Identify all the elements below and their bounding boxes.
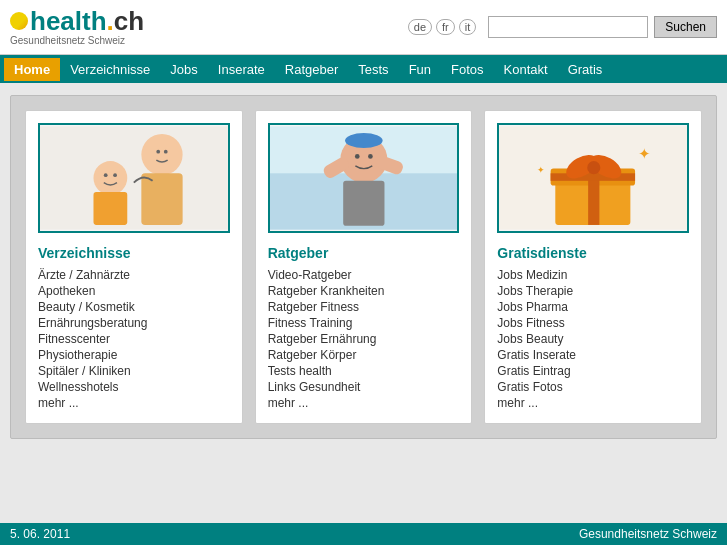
- list-item: Spitäler / Kliniken: [38, 363, 230, 379]
- list-item: Gratis Fotos: [497, 379, 689, 395]
- header-right: de fr it Suchen: [408, 16, 717, 38]
- svg-point-6: [113, 173, 117, 177]
- nav-tests[interactable]: Tests: [348, 58, 398, 81]
- logo-ch: ch: [114, 6, 144, 36]
- lang-fr[interactable]: fr: [436, 19, 455, 35]
- logo-area: health.ch Gesundheitsnetz Schweiz: [10, 8, 144, 46]
- cards-container: Verzeichnisse Ärzte / Zahnärzte Apotheke…: [10, 95, 717, 439]
- logo-dot: .: [107, 6, 114, 36]
- lang-de[interactable]: de: [408, 19, 432, 35]
- lang-it[interactable]: it: [459, 19, 477, 35]
- list-item: Apotheken: [38, 283, 230, 299]
- nav-kontakt[interactable]: Kontakt: [494, 58, 558, 81]
- list-item: Ärzte / Zahnärzte: [38, 267, 230, 283]
- search-button[interactable]: Suchen: [654, 16, 717, 38]
- nav-home[interactable]: Home: [4, 58, 60, 81]
- list-item: Physiotherapie: [38, 347, 230, 363]
- card-links-ratgeber: Video-Ratgeber Ratgeber Krankheiten Ratg…: [268, 267, 460, 411]
- svg-point-25: [588, 161, 601, 174]
- nav-bar: Home Verzeichnisse Jobs Inserate Ratgebe…: [0, 55, 727, 83]
- nav-fun[interactable]: Fun: [399, 58, 441, 81]
- card-links-gratisdienste: Jobs Medizin Jobs Therapie Jobs Pharma J…: [497, 267, 689, 411]
- card-image-gratisdienste: ✦ ✦: [497, 123, 689, 233]
- svg-text:✦: ✦: [537, 165, 545, 175]
- lang-links: de fr it: [408, 19, 476, 35]
- search-input[interactable]: [488, 16, 648, 38]
- card-title-gratisdienste: Gratisdienste: [497, 245, 689, 261]
- list-item: Gratis Eintrag: [497, 363, 689, 379]
- card-image-ratgeber: [268, 123, 460, 233]
- card-links-verzeichnisse: Ärzte / Zahnärzte Apotheken Beauty / Kos…: [38, 267, 230, 411]
- nav-gratis[interactable]: Gratis: [558, 58, 613, 81]
- card-ratgeber: Ratgeber Video-Ratgeber Ratgeber Krankhe…: [255, 110, 473, 424]
- card-verzeichnisse: Verzeichnisse Ärzte / Zahnärzte Apotheke…: [25, 110, 243, 424]
- svg-point-16: [355, 154, 360, 159]
- list-item: Fitness Training: [268, 315, 460, 331]
- list-item: Ratgeber Krankheiten: [268, 283, 460, 299]
- svg-point-8: [164, 150, 168, 154]
- nav-jobs[interactable]: Jobs: [160, 58, 207, 81]
- footer-date: 5. 06. 2011: [10, 527, 70, 541]
- nav-verzeichnisse[interactable]: Verzeichnisse: [60, 58, 160, 81]
- nav-inserate[interactable]: Inserate: [208, 58, 275, 81]
- nav-ratgeber[interactable]: Ratgeber: [275, 58, 348, 81]
- footer: 5. 06. 2011 Gesundheitsnetz Schweiz: [0, 523, 727, 545]
- svg-rect-4: [93, 192, 127, 225]
- logo: health.ch: [10, 8, 144, 34]
- footer-brand: Gesundheitsnetz Schweiz: [579, 527, 717, 541]
- list-item: Jobs Fitness: [497, 315, 689, 331]
- svg-rect-2: [141, 173, 182, 225]
- list-item: Ratgeber Fitness: [268, 299, 460, 315]
- card-title-ratgeber: Ratgeber: [268, 245, 460, 261]
- card-image-verzeichnisse: [38, 123, 230, 233]
- list-item: Jobs Therapie: [497, 283, 689, 299]
- list-item: Beauty / Kosmetik: [38, 299, 230, 315]
- header: health.ch Gesundheitsnetz Schweiz de fr …: [0, 0, 727, 55]
- svg-rect-0: [40, 126, 228, 229]
- list-item: Ernährungsberatung: [38, 315, 230, 331]
- list-item: Fitnesscenter: [38, 331, 230, 347]
- list-item: mehr ...: [268, 395, 460, 411]
- logo-health: health: [30, 6, 107, 36]
- logo-icon: [10, 12, 28, 30]
- list-item: mehr ...: [38, 395, 230, 411]
- card-gratisdienste: ✦ ✦ Gratisdienste Jobs Medizin Jobs Ther…: [484, 110, 702, 424]
- list-item: Gratis Inserate: [497, 347, 689, 363]
- svg-rect-13: [343, 181, 384, 226]
- list-item: Video-Ratgeber: [268, 267, 460, 283]
- list-item: Tests health: [268, 363, 460, 379]
- svg-rect-22: [551, 173, 635, 181]
- svg-point-17: [368, 154, 373, 159]
- svg-point-1: [141, 134, 182, 175]
- list-item: Jobs Beauty: [497, 331, 689, 347]
- list-item: Jobs Pharma: [497, 299, 689, 315]
- list-item: Ratgeber Körper: [268, 347, 460, 363]
- svg-point-5: [104, 173, 108, 177]
- svg-point-3: [93, 161, 127, 195]
- list-item: Jobs Medizin: [497, 267, 689, 283]
- list-item: mehr ...: [497, 395, 689, 411]
- svg-point-7: [156, 150, 160, 154]
- card-title-verzeichnisse: Verzeichnisse: [38, 245, 230, 261]
- list-item: Links Gesundheit: [268, 379, 460, 395]
- main-content: Verzeichnisse Ärzte / Zahnärzte Apotheke…: [0, 83, 727, 451]
- list-item: Ratgeber Ernährung: [268, 331, 460, 347]
- svg-text:✦: ✦: [638, 145, 651, 162]
- svg-point-12: [345, 133, 383, 148]
- logo-subtitle: Gesundheitsnetz Schweiz: [10, 35, 144, 46]
- list-item: Wellnesshotels: [38, 379, 230, 395]
- nav-fotos[interactable]: Fotos: [441, 58, 494, 81]
